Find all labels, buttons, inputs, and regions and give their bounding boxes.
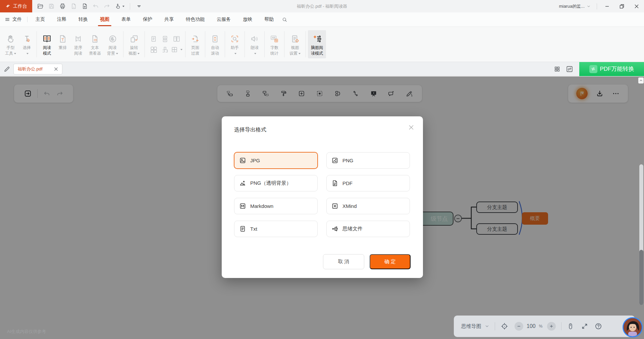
zoom-in-button[interactable] xyxy=(547,322,556,331)
facing-continuous-layout-icon[interactable] xyxy=(150,46,157,53)
fullscreen-icon[interactable] xyxy=(581,323,588,330)
reflow-button[interactable]: 重排 xyxy=(55,30,70,58)
menu-item-share[interactable]: 共享 xyxy=(158,13,180,26)
view-settings-icon xyxy=(290,33,300,45)
chevron-down-icon xyxy=(26,53,29,54)
tool-label: 过渡 xyxy=(191,51,199,56)
convert-swap-icon xyxy=(589,65,597,73)
assistant-button[interactable]: 助手 xyxy=(227,30,243,58)
tool-label: 阅读 xyxy=(74,51,82,56)
txt-file-icon xyxy=(239,225,246,232)
chevron-down-icon xyxy=(116,53,118,54)
word-count-button[interactable]: AB 字数 统计 xyxy=(267,30,282,58)
percent-sign: % xyxy=(539,324,543,329)
print-icon[interactable] xyxy=(59,3,66,10)
export-option-xmind[interactable]: XMind xyxy=(326,198,410,214)
page-transition-button[interactable]: 页面 过渡 xyxy=(187,30,203,58)
minimize-button[interactable] xyxy=(600,0,614,12)
option-label: Markdown xyxy=(250,203,273,209)
read-aloud-icon xyxy=(250,33,259,45)
tab-switch-icon[interactable] xyxy=(566,65,573,73)
pencil-icon[interactable] xyxy=(3,65,11,73)
pdf-convert-button[interactable]: PDF万能转换 xyxy=(579,62,644,76)
tool-label: 重排 xyxy=(59,45,67,51)
read-aloud-button[interactable]: 朗读 xyxy=(247,30,262,58)
restore-button[interactable] xyxy=(614,0,629,12)
ribbon-collapse-icon[interactable] xyxy=(136,3,143,10)
account-name: miarua的监... xyxy=(559,3,585,9)
export-option-txt[interactable]: Txt xyxy=(234,221,318,237)
confirm-button[interactable]: 确 定 xyxy=(370,254,411,269)
new-page-icon[interactable] xyxy=(81,3,88,10)
menu-item-form[interactable]: 表单 xyxy=(115,13,137,26)
reverse-read-button[interactable]: 逆序 阅读 xyxy=(70,30,86,58)
view-settings-button[interactable]: 视图 设置 xyxy=(286,30,304,58)
split-view-icon[interactable] xyxy=(171,46,182,53)
mouse-mode-icon[interactable] xyxy=(567,323,574,330)
workspace-button[interactable]: 工作台 xyxy=(0,0,32,12)
redo-icon[interactable] xyxy=(103,3,110,10)
menu-item-convert[interactable]: 转换 xyxy=(72,13,94,26)
export-format-dialog: 选择导出格式 JPG PNG PNG（透明背景） PDF xyxy=(222,116,423,278)
menu-item-comment[interactable]: 注释 xyxy=(51,13,72,26)
assistant-avatar[interactable] xyxy=(623,317,643,337)
scrollbar-thumb[interactable] xyxy=(639,250,643,305)
reflow-icon xyxy=(58,33,67,45)
select-tool-button[interactable]: 选择 xyxy=(19,30,35,58)
mindmap-read-mode-button[interactable]: 脑图阅 读模式 xyxy=(308,30,326,58)
cancel-button[interactable]: 取 消 xyxy=(323,254,364,269)
diagram-mode-select[interactable]: 思维导图 xyxy=(461,323,481,330)
read-background-button[interactable]: 阅读 背景 xyxy=(104,30,121,58)
help-icon[interactable] xyxy=(594,322,602,330)
reverse-read-icon xyxy=(73,33,83,45)
rotate-view-button[interactable]: 旋转 视图 xyxy=(125,30,143,58)
cover-layout-icon[interactable] xyxy=(161,46,169,53)
export-option-png-transparent[interactable]: PNG（透明背景） xyxy=(234,175,318,191)
dialog-close-icon[interactable] xyxy=(408,124,414,130)
hand-tool-button[interactable]: 手型 工具 xyxy=(2,30,19,58)
export-option-mind-file[interactable]: 思绪文件 xyxy=(326,221,410,237)
tool-label: 视图 xyxy=(291,45,299,51)
export-option-png[interactable]: PNG xyxy=(326,152,410,169)
save-icon[interactable] xyxy=(48,3,55,10)
zoom-out-button[interactable] xyxy=(515,322,523,331)
tool-label: 手型 xyxy=(7,45,15,51)
menu-item-view[interactable]: 视图 xyxy=(94,13,115,26)
copy-page-icon[interactable] xyxy=(70,3,77,10)
menu-item-home[interactable]: 主页 xyxy=(30,13,51,26)
menu-item-present[interactable]: 放映 xyxy=(237,13,258,26)
image-png-icon xyxy=(331,157,338,164)
single-page-layout-icon[interactable] xyxy=(150,35,157,43)
menu-item-features[interactable]: 特色功能 xyxy=(180,13,211,26)
tool-label: 逆序 xyxy=(74,45,82,51)
export-option-markdown[interactable]: Markdown xyxy=(234,198,318,214)
menu-file[interactable]: 文件 xyxy=(5,16,27,22)
divider xyxy=(123,31,123,57)
tab-grid-icon[interactable] xyxy=(554,66,560,72)
facing-layout-icon[interactable] xyxy=(173,35,180,43)
undo-icon[interactable] xyxy=(92,3,99,10)
menu-item-protect[interactable]: 保护 xyxy=(137,13,158,26)
tab-close-icon[interactable] xyxy=(54,67,58,71)
read-mode-button[interactable]: 阅读 模式 xyxy=(39,30,55,58)
text-viewer-button[interactable]: 文本 查看器 xyxy=(86,30,104,58)
menu-item-cloud[interactable]: 云服务 xyxy=(211,13,237,26)
close-button[interactable] xyxy=(629,0,644,12)
touch-mode-icon[interactable] xyxy=(114,3,124,10)
locate-center-icon[interactable] xyxy=(500,322,508,330)
export-option-jpg[interactable]: JPG xyxy=(234,152,318,169)
tool-label: 页面 xyxy=(191,45,199,51)
open-folder-icon[interactable] xyxy=(37,3,44,10)
menu-item-help[interactable]: 帮助 xyxy=(258,13,280,26)
account-menu[interactable]: miarua的监... xyxy=(555,3,594,9)
mindmap-canvas[interactable]: 级节点 分支主题 分支主题 概要 xyxy=(0,76,644,339)
tab-bar-right: PDF万能转换 xyxy=(554,62,644,76)
auto-scroll-button[interactable]: 自动 滚动 xyxy=(207,30,223,58)
option-label: Txt xyxy=(250,226,257,232)
chevron-down-icon[interactable] xyxy=(485,324,489,329)
search-icon[interactable] xyxy=(282,17,287,22)
scroll-up-arrow[interactable] xyxy=(638,77,644,83)
export-option-pdf[interactable]: PDF xyxy=(326,175,410,191)
document-tab[interactable]: 福昕办公.pdf xyxy=(13,64,62,74)
continuous-layout-icon[interactable] xyxy=(161,35,169,43)
